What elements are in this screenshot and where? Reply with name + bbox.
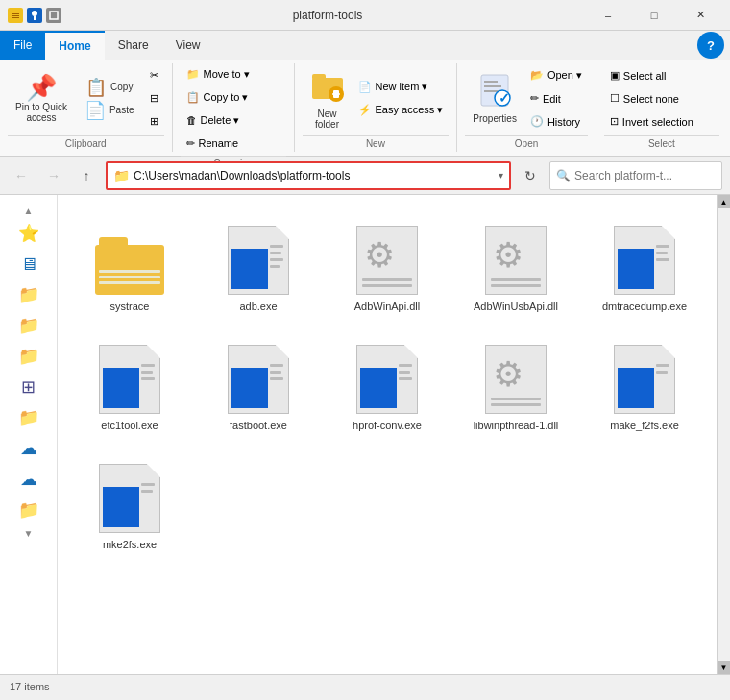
clipboard-label: Clipboard xyxy=(8,135,164,152)
sidebar-item-folder6[interactable]: 📁 xyxy=(10,495,48,524)
window-controls: – □ ✕ xyxy=(586,0,722,31)
address-input-wrap[interactable]: 📁 ▾ xyxy=(106,161,511,190)
onedrive2-icon: ☁ xyxy=(20,469,37,490)
search-box[interactable]: 🔍 xyxy=(549,161,722,190)
file-item-etc1tool[interactable]: etc1tool.exe xyxy=(67,324,192,439)
sidebar-item-folder1[interactable]: 🖥 xyxy=(10,250,48,278)
tab-home[interactable]: Home xyxy=(45,31,104,60)
tab-view[interactable]: View xyxy=(162,31,214,60)
tab-share[interactable]: Share xyxy=(105,31,162,60)
forward-button[interactable]: → xyxy=(40,162,67,189)
scroll-up-btn[interactable]: ▲ xyxy=(718,195,731,208)
copy-button[interactable]: 📋 Copy xyxy=(79,77,140,98)
move-to-button[interactable]: 📁 Move to ▾ xyxy=(181,63,286,84)
dmtracedump-icon xyxy=(614,226,675,295)
invert-selection-button[interactable]: ⊡ Invert selection xyxy=(604,111,719,133)
sidebar-scroll-down[interactable]: ▼ xyxy=(0,525,57,541)
delete-icon: 🗑 xyxy=(186,114,197,126)
file-item-mke2fs[interactable]: mke2fs.exe xyxy=(67,443,192,558)
tab-file[interactable]: File xyxy=(0,31,45,60)
open-stack: 📂 Open ▾ ✏ Edit 🕐 History xyxy=(524,63,588,133)
address-dropdown-icon[interactable]: ▾ xyxy=(499,170,503,181)
cut-icon: ✂ xyxy=(150,69,158,82)
minimize-button[interactable]: – xyxy=(586,0,630,31)
file-item-dmtracedump[interactable]: dmtracedump.exe xyxy=(582,205,707,320)
easy-access-button[interactable]: ⚡ Easy access ▾ xyxy=(353,100,450,121)
sidebar-item-folder5[interactable]: 📁 xyxy=(10,403,48,432)
file-item-fastboot[interactable]: fastboot.exe xyxy=(196,324,321,439)
file-item-systrace[interactable]: systrace xyxy=(67,205,192,320)
sidebar-item-star[interactable]: ⭐ xyxy=(10,219,48,248)
search-icon: 🔍 xyxy=(556,169,571,182)
file-item-adbwinapi[interactable]: ⚙ AdbWinApi.dll xyxy=(325,205,450,320)
new-folder-button[interactable]: Newfolder xyxy=(303,63,353,133)
cut-button[interactable]: ✂ xyxy=(144,65,164,86)
properties-button[interactable]: ✓ Properties xyxy=(465,63,524,133)
new-group: Newfolder 📄 New item ▾ ⚡ Easy access ▾ N… xyxy=(295,63,458,152)
svg-rect-5 xyxy=(34,16,36,20)
paste-button[interactable]: 📄 Paste xyxy=(79,100,140,121)
copy-path-button[interactable]: ⊟ xyxy=(144,88,164,109)
onedrive-icon: ☁ xyxy=(20,438,37,459)
history-icon: 🕐 xyxy=(530,115,544,128)
svg-rect-11 xyxy=(332,93,340,95)
open-buttons: ✓ Properties 📂 Open ▾ ✏ Edit 🕐 History xyxy=(465,63,588,133)
address-bar: ← → ↑ 📁 ▾ ↻ 🔍 xyxy=(0,157,730,195)
svg-text:✓: ✓ xyxy=(499,90,510,106)
svg-rect-3 xyxy=(12,17,19,18)
folder5-icon: 📁 xyxy=(18,499,39,520)
libwinpthread-icon: ⚙ xyxy=(485,345,547,414)
folder4-icon: 📁 xyxy=(18,407,39,428)
refresh-button[interactable]: ↻ xyxy=(517,162,544,189)
window-icon xyxy=(8,8,23,23)
pin-to-quick-access-button[interactable]: 📌 Pin to Quickaccess xyxy=(8,63,75,133)
select-label: Select xyxy=(604,135,719,152)
folder2-icon: 📁 xyxy=(18,315,39,336)
edit-button[interactable]: ✏ Edit xyxy=(524,88,588,109)
new-folder-icon xyxy=(310,68,345,107)
new-item-button[interactable]: 📄 New item ▾ xyxy=(353,77,450,98)
select-all-button[interactable]: ▣ Select all xyxy=(604,65,719,86)
invert-icon: ⊡ xyxy=(610,115,619,128)
sidebar-item-onedrive2[interactable]: ☁ xyxy=(10,465,48,494)
easy-access-icon: ⚡ xyxy=(358,104,372,116)
sidebar-item-onedrive[interactable]: ☁ xyxy=(10,434,48,463)
maximize-button[interactable]: □ xyxy=(632,0,676,31)
help-button[interactable]: ? xyxy=(697,32,724,59)
open-group: ✓ Properties 📂 Open ▾ ✏ Edit 🕐 History xyxy=(457,63,596,152)
clipboard-buttons: 📌 Pin to Quickaccess 📋 Copy 📄 Paste xyxy=(8,63,164,133)
scrollbar[interactable]: ▲ ▼ xyxy=(717,195,730,674)
close-button[interactable]: ✕ xyxy=(678,0,722,31)
copy-to-button[interactable]: 📋 Copy to ▾ xyxy=(181,86,286,108)
sidebar-scroll-up[interactable]: ▲ xyxy=(0,203,57,218)
file-item-adbwinusbapi[interactable]: ⚙ AdbWinUsbApi.dll xyxy=(453,205,578,320)
sidebar-item-folder4[interactable]: 📁 xyxy=(10,342,48,371)
delete-button[interactable]: 🗑 Delete ▾ xyxy=(181,109,286,131)
address-input[interactable] xyxy=(134,169,495,182)
makef2fs-icon xyxy=(614,345,675,414)
paste-shortcut-button[interactable]: ⊞ xyxy=(144,111,164,133)
file-item-makef2fs[interactable]: make_f2fs.exe xyxy=(582,324,707,439)
fastboot-icon xyxy=(228,345,289,414)
rename-button[interactable]: ✏ Rename xyxy=(181,133,286,154)
scroll-down-btn[interactable]: ▼ xyxy=(718,661,731,674)
ribbon-content: 📌 Pin to Quickaccess 📋 Copy 📄 Paste xyxy=(0,60,730,156)
file-item-hprof[interactable]: hprof-conv.exe xyxy=(325,324,450,439)
file-item-libwinpthread[interactable]: ⚙ libwinpthread-1.dll xyxy=(453,324,578,439)
item-count: 17 items xyxy=(10,681,50,692)
clipboard-group: 📌 Pin to Quickaccess 📋 Copy 📄 Paste xyxy=(0,63,173,152)
organize-group: 📁 Move to ▾ 📋 Copy to ▾ 🗑 Delete ▾ ✏ Ren… xyxy=(173,63,295,152)
search-input[interactable] xyxy=(574,169,718,182)
mke2fs-icon xyxy=(99,464,160,533)
properties-icon: ✓ xyxy=(477,73,512,111)
back-button[interactable]: ← xyxy=(8,162,35,189)
sidebar-item-grid[interactable]: ⊞ xyxy=(10,373,48,401)
history-button[interactable]: 🕐 History xyxy=(524,111,588,133)
sidebar-item-folder2[interactable]: 📁 xyxy=(10,280,48,309)
file-item-adb[interactable]: adb.exe xyxy=(196,205,321,320)
up-button[interactable]: ↑ xyxy=(73,162,100,189)
select-none-button[interactable]: ☐ Select none xyxy=(604,88,719,109)
sidebar-item-folder3[interactable]: 📁 xyxy=(10,311,48,340)
open-button[interactable]: 📂 Open ▾ xyxy=(524,65,588,86)
svg-rect-14 xyxy=(484,85,501,87)
